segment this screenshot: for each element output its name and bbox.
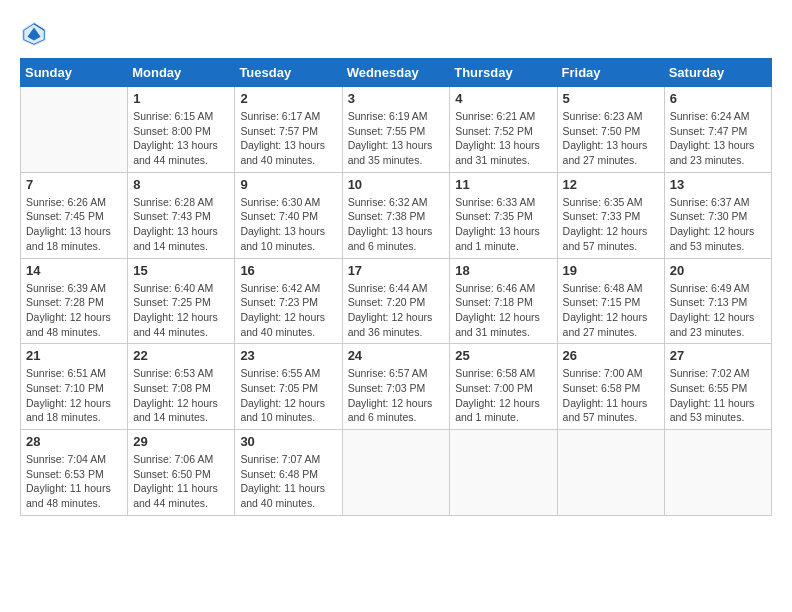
cell-daylight: Daylight: 11 hours and 53 minutes. <box>670 397 755 424</box>
calendar-cell: 27Sunrise: 7:02 AMSunset: 6:55 PMDayligh… <box>664 344 771 430</box>
calendar-cell: 9Sunrise: 6:30 AMSunset: 7:40 PMDaylight… <box>235 172 342 258</box>
calendar-cell: 13Sunrise: 6:37 AMSunset: 7:30 PMDayligh… <box>664 172 771 258</box>
cell-info: Sunrise: 6:28 AMSunset: 7:43 PMDaylight:… <box>133 195 229 254</box>
cell-sunrise: Sunrise: 6:48 AM <box>563 282 643 294</box>
cell-sunrise: Sunrise: 6:21 AM <box>455 110 535 122</box>
cell-sunset: Sunset: 7:18 PM <box>455 296 533 308</box>
cell-sunrise: Sunrise: 6:24 AM <box>670 110 750 122</box>
weekday-header-row: SundayMondayTuesdayWednesdayThursdayFrid… <box>21 59 772 87</box>
cell-info: Sunrise: 6:53 AMSunset: 7:08 PMDaylight:… <box>133 366 229 425</box>
cell-day-number: 29 <box>133 434 229 449</box>
cell-day-number: 26 <box>563 348 659 363</box>
cell-info: Sunrise: 6:58 AMSunset: 7:00 PMDaylight:… <box>455 366 551 425</box>
cell-day-number: 18 <box>455 263 551 278</box>
cell-day-number: 24 <box>348 348 445 363</box>
calendar-cell: 3Sunrise: 6:19 AMSunset: 7:55 PMDaylight… <box>342 87 450 173</box>
calendar-cell: 10Sunrise: 6:32 AMSunset: 7:38 PMDayligh… <box>342 172 450 258</box>
cell-sunrise: Sunrise: 7:02 AM <box>670 367 750 379</box>
cell-day-number: 30 <box>240 434 336 449</box>
cell-daylight: Daylight: 13 hours and 40 minutes. <box>240 139 325 166</box>
cell-sunrise: Sunrise: 6:57 AM <box>348 367 428 379</box>
cell-daylight: Daylight: 12 hours and 14 minutes. <box>133 397 218 424</box>
calendar-cell: 16Sunrise: 6:42 AMSunset: 7:23 PMDayligh… <box>235 258 342 344</box>
week-row-3: 14Sunrise: 6:39 AMSunset: 7:28 PMDayligh… <box>21 258 772 344</box>
cell-sunrise: Sunrise: 6:32 AM <box>348 196 428 208</box>
cell-daylight: Daylight: 12 hours and 10 minutes. <box>240 397 325 424</box>
cell-sunset: Sunset: 7:28 PM <box>26 296 104 308</box>
cell-day-number: 28 <box>26 434 122 449</box>
cell-daylight: Daylight: 12 hours and 27 minutes. <box>563 311 648 338</box>
cell-sunset: Sunset: 7:45 PM <box>26 210 104 222</box>
cell-info: Sunrise: 6:35 AMSunset: 7:33 PMDaylight:… <box>563 195 659 254</box>
cell-daylight: Daylight: 13 hours and 6 minutes. <box>348 225 433 252</box>
calendar-cell: 20Sunrise: 6:49 AMSunset: 7:13 PMDayligh… <box>664 258 771 344</box>
cell-info: Sunrise: 6:23 AMSunset: 7:50 PMDaylight:… <box>563 109 659 168</box>
cell-info: Sunrise: 6:51 AMSunset: 7:10 PMDaylight:… <box>26 366 122 425</box>
cell-sunset: Sunset: 7:08 PM <box>133 382 211 394</box>
cell-day-number: 4 <box>455 91 551 106</box>
cell-daylight: Daylight: 13 hours and 27 minutes. <box>563 139 648 166</box>
calendar-table: SundayMondayTuesdayWednesdayThursdayFrid… <box>20 58 772 516</box>
cell-sunset: Sunset: 7:00 PM <box>455 382 533 394</box>
cell-info: Sunrise: 7:07 AMSunset: 6:48 PMDaylight:… <box>240 452 336 511</box>
cell-info: Sunrise: 7:04 AMSunset: 6:53 PMDaylight:… <box>26 452 122 511</box>
cell-sunrise: Sunrise: 6:39 AM <box>26 282 106 294</box>
cell-sunset: Sunset: 7:47 PM <box>670 125 748 137</box>
cell-sunset: Sunset: 7:50 PM <box>563 125 641 137</box>
cell-sunset: Sunset: 8:00 PM <box>133 125 211 137</box>
cell-sunset: Sunset: 7:35 PM <box>455 210 533 222</box>
cell-daylight: Daylight: 11 hours and 57 minutes. <box>563 397 648 424</box>
cell-sunset: Sunset: 7:15 PM <box>563 296 641 308</box>
cell-sunrise: Sunrise: 6:30 AM <box>240 196 320 208</box>
cell-sunrise: Sunrise: 6:37 AM <box>670 196 750 208</box>
cell-sunrise: Sunrise: 6:35 AM <box>563 196 643 208</box>
calendar-cell: 19Sunrise: 6:48 AMSunset: 7:15 PMDayligh… <box>557 258 664 344</box>
calendar-cell: 21Sunrise: 6:51 AMSunset: 7:10 PMDayligh… <box>21 344 128 430</box>
cell-day-number: 15 <box>133 263 229 278</box>
cell-day-number: 9 <box>240 177 336 192</box>
cell-sunrise: Sunrise: 6:26 AM <box>26 196 106 208</box>
cell-sunset: Sunset: 7:25 PM <box>133 296 211 308</box>
week-row-2: 7Sunrise: 6:26 AMSunset: 7:45 PMDaylight… <box>21 172 772 258</box>
cell-sunset: Sunset: 6:55 PM <box>670 382 748 394</box>
cell-day-number: 13 <box>670 177 766 192</box>
cell-daylight: Daylight: 12 hours and 48 minutes. <box>26 311 111 338</box>
cell-day-number: 3 <box>348 91 445 106</box>
cell-sunrise: Sunrise: 6:23 AM <box>563 110 643 122</box>
calendar-cell: 11Sunrise: 6:33 AMSunset: 7:35 PMDayligh… <box>450 172 557 258</box>
calendar-cell: 1Sunrise: 6:15 AMSunset: 8:00 PMDaylight… <box>128 87 235 173</box>
calendar-cell <box>450 430 557 516</box>
cell-sunrise: Sunrise: 7:00 AM <box>563 367 643 379</box>
cell-sunrise: Sunrise: 6:42 AM <box>240 282 320 294</box>
cell-sunset: Sunset: 7:23 PM <box>240 296 318 308</box>
cell-info: Sunrise: 6:26 AMSunset: 7:45 PMDaylight:… <box>26 195 122 254</box>
cell-daylight: Daylight: 12 hours and 36 minutes. <box>348 311 433 338</box>
calendar-cell: 17Sunrise: 6:44 AMSunset: 7:20 PMDayligh… <box>342 258 450 344</box>
cell-sunrise: Sunrise: 6:15 AM <box>133 110 213 122</box>
week-row-1: 1Sunrise: 6:15 AMSunset: 8:00 PMDaylight… <box>21 87 772 173</box>
cell-daylight: Daylight: 13 hours and 10 minutes. <box>240 225 325 252</box>
logo <box>20 20 52 48</box>
cell-day-number: 1 <box>133 91 229 106</box>
cell-sunset: Sunset: 6:50 PM <box>133 468 211 480</box>
cell-daylight: Daylight: 12 hours and 31 minutes. <box>455 311 540 338</box>
calendar-cell: 7Sunrise: 6:26 AMSunset: 7:45 PMDaylight… <box>21 172 128 258</box>
cell-sunrise: Sunrise: 6:49 AM <box>670 282 750 294</box>
calendar-cell <box>342 430 450 516</box>
cell-daylight: Daylight: 13 hours and 1 minute. <box>455 225 540 252</box>
cell-daylight: Daylight: 11 hours and 44 minutes. <box>133 482 218 509</box>
calendar-cell <box>664 430 771 516</box>
weekday-header-monday: Monday <box>128 59 235 87</box>
cell-daylight: Daylight: 12 hours and 1 minute. <box>455 397 540 424</box>
cell-info: Sunrise: 6:17 AMSunset: 7:57 PMDaylight:… <box>240 109 336 168</box>
cell-sunrise: Sunrise: 6:53 AM <box>133 367 213 379</box>
cell-day-number: 20 <box>670 263 766 278</box>
cell-day-number: 23 <box>240 348 336 363</box>
calendar-cell: 24Sunrise: 6:57 AMSunset: 7:03 PMDayligh… <box>342 344 450 430</box>
page-header <box>20 20 772 48</box>
cell-day-number: 6 <box>670 91 766 106</box>
cell-info: Sunrise: 6:46 AMSunset: 7:18 PMDaylight:… <box>455 281 551 340</box>
cell-sunset: Sunset: 7:10 PM <box>26 382 104 394</box>
calendar-cell: 6Sunrise: 6:24 AMSunset: 7:47 PMDaylight… <box>664 87 771 173</box>
cell-sunset: Sunset: 7:38 PM <box>348 210 426 222</box>
